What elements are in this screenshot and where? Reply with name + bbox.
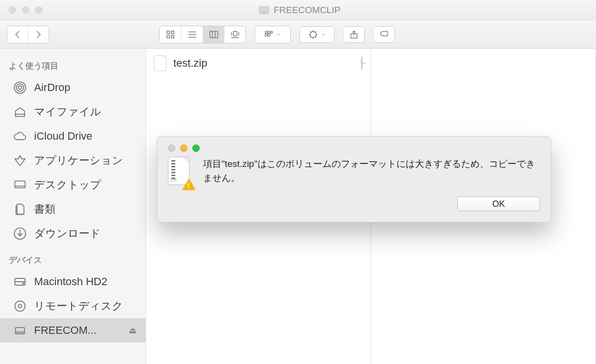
toolbar — [0, 20, 596, 49]
file-meta-icon — [361, 57, 363, 70]
sidebar-item-label: AirDrop — [34, 81, 71, 94]
svg-rect-10 — [233, 31, 237, 36]
arrange-group — [255, 26, 291, 43]
forward-button[interactable] — [28, 26, 49, 43]
titlebar: FREECOMCLIP — [0, 0, 596, 20]
content-area: test.zip ZIP — [146, 49, 596, 364]
sidebar-item-icloud[interactable]: iCloud Drive — [0, 124, 146, 148]
sidebar-item-label: 書類 — [34, 202, 56, 217]
nav-group — [7, 26, 49, 43]
arrange-button[interactable] — [255, 26, 290, 43]
action-menu-button[interactable] — [299, 26, 335, 43]
svg-point-22 — [19, 86, 22, 90]
alert-dialog: ZIP 項目"test.zip"はこのボリュームのフォーマットには大きすぎるため… — [157, 136, 551, 222]
svg-point-33 — [15, 301, 25, 311]
dialog-close-button[interactable] — [168, 145, 175, 152]
sidebar-item-applications[interactable]: アプリケーション — [0, 148, 146, 173]
svg-rect-35 — [16, 328, 25, 334]
hdd-icon — [13, 274, 27, 289]
file-icon — [154, 55, 167, 71]
dialog-window-controls — [168, 145, 540, 152]
svg-rect-26 — [15, 181, 25, 188]
dialog-minimize-button[interactable] — [180, 145, 187, 152]
myfiles-icon — [13, 105, 27, 119]
svg-rect-3 — [171, 35, 174, 38]
window-title: FREECOMCLIP — [274, 5, 340, 16]
sidebar-item-label: リモートディスク — [34, 299, 123, 313]
sidebar-item-label: アプリケーション — [34, 153, 123, 168]
file-name: test.zip — [173, 57, 207, 70]
sidebar-section-favorites: よく使う項目 — [0, 57, 146, 75]
desktop-icon — [13, 178, 27, 192]
svg-rect-16 — [271, 31, 272, 33]
svg-point-34 — [19, 305, 22, 308]
applications-icon — [13, 153, 27, 168]
sidebar-item-macintosh-hd2[interactable]: Macintosh HD2 — [0, 270, 146, 294]
zip-label: ZIP — [170, 178, 177, 182]
external-drive-icon — [259, 6, 269, 14]
back-button[interactable] — [7, 26, 28, 43]
tags-button[interactable] — [373, 26, 395, 43]
svg-rect-25 — [16, 114, 25, 117]
svg-rect-14 — [265, 31, 267, 33]
svg-point-31 — [23, 283, 24, 284]
dialog-icon: ZIP — [168, 157, 193, 188]
clock-icon — [361, 56, 363, 70]
sidebar-item-airdrop[interactable]: AirDrop — [0, 75, 146, 100]
window-controls — [0, 6, 42, 14]
sidebar-item-documents[interactable]: 書類 — [0, 197, 146, 221]
dialog-zoom-button[interactable] — [192, 145, 200, 152]
window-zoom-button[interactable] — [35, 6, 42, 14]
sidebar-item-label: ダウンロード — [34, 226, 101, 241]
sidebar-section-devices: デバイス — [0, 252, 146, 270]
sidebar-item-label: マイファイル — [34, 105, 101, 119]
sidebar-item-remote-disc[interactable]: リモートディスク — [0, 294, 146, 318]
share-button[interactable] — [343, 26, 365, 43]
airdrop-icon — [13, 80, 27, 95]
icon-view-button[interactable] — [160, 26, 181, 43]
sidebar-item-myfiles[interactable]: マイファイル — [0, 100, 146, 124]
optical-disc-icon — [13, 299, 27, 313]
view-mode-group — [159, 26, 246, 43]
sidebar-item-downloads[interactable]: ダウンロード — [0, 221, 146, 246]
sidebar-item-label: デスクトップ — [34, 178, 101, 192]
ok-button[interactable]: OK — [457, 197, 540, 211]
svg-rect-17 — [265, 34, 267, 36]
icloud-icon — [13, 129, 27, 144]
list-view-button[interactable] — [181, 26, 203, 43]
main: よく使う項目 AirDrop マイファイル iCloud Drive アプリケー… — [0, 49, 596, 364]
sidebar-item-desktop[interactable]: デスクトップ — [0, 173, 146, 197]
eject-icon[interactable]: ⏏ — [129, 325, 137, 336]
window-minimize-button[interactable] — [22, 6, 29, 14]
downloads-icon — [13, 226, 27, 241]
svg-rect-0 — [167, 31, 170, 33]
sidebar-item-label: FREECOM... — [34, 324, 96, 337]
file-row[interactable]: test.zip — [152, 53, 365, 74]
svg-rect-15 — [268, 31, 270, 33]
svg-rect-1 — [171, 31, 174, 33]
svg-rect-7 — [209, 31, 218, 37]
svg-rect-2 — [167, 35, 170, 38]
column-view-button[interactable] — [203, 26, 224, 43]
sidebar: よく使う項目 AirDrop マイファイル iCloud Drive アプリケー… — [0, 49, 146, 364]
svg-point-23 — [16, 84, 23, 91]
external-drive-icon — [13, 323, 27, 338]
sidebar-item-label: Macintosh HD2 — [34, 275, 107, 288]
dialog-message: 項目"test.zip"はこのボリュームのフォーマットには大きすぎるため、コピー… — [203, 157, 540, 185]
window-title-wrap: FREECOMCLIP — [42, 5, 557, 16]
coverflow-view-button[interactable] — [224, 26, 245, 43]
warning-badge-icon — [183, 179, 195, 190]
documents-icon — [13, 202, 27, 217]
svg-rect-18 — [268, 34, 270, 36]
sidebar-item-freecomclip[interactable]: FREECOM... ⏏ — [0, 318, 146, 343]
window-close-button[interactable] — [9, 6, 16, 14]
sidebar-item-label: iCloud Drive — [34, 130, 93, 143]
